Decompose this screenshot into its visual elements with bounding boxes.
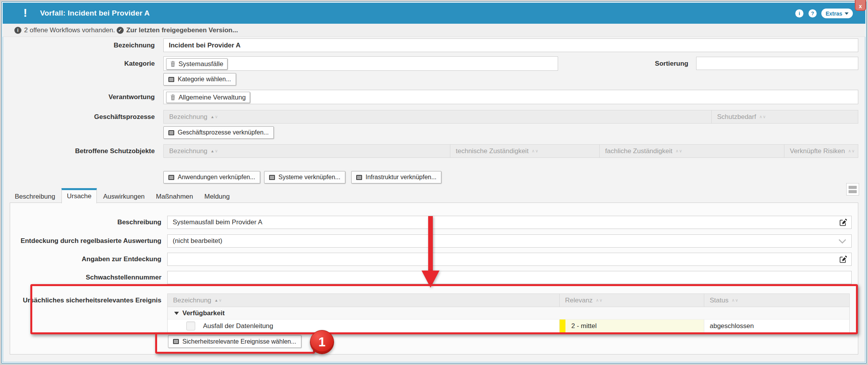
extras-button[interactable]: Extras [821, 9, 853, 18]
ereignis-group-row[interactable]: Verfügbarkeit [168, 307, 849, 320]
info-icon[interactable]: i [795, 9, 803, 17]
entdeckung-select[interactable]: (nicht bearbeitet) [167, 234, 852, 248]
kategorie-field[interactable]: Systemausfälle [163, 56, 558, 71]
close-icon: x [859, 3, 862, 9]
verantwortung-label: Verantwortung [0, 90, 155, 104]
column-header-bezeichnung[interactable]: Bezeichnung ▲∨ [164, 145, 450, 157]
list-icon [356, 175, 362, 180]
kategorie-chip-label: Systemausfälle [178, 60, 223, 68]
list-icon [168, 77, 174, 82]
tab-bar: Beschreibung Ursache Auswirkungen Maßnah… [10, 188, 236, 203]
sort-icon[interactable]: ∧∨ [596, 298, 603, 303]
beschreibung-input[interactable]: Systemausfall beim Provider A [167, 216, 852, 229]
collapse-caret-icon[interactable] [174, 312, 179, 315]
column-header-bezeichnung[interactable]: Bezeichnung ▲∨ [168, 294, 559, 307]
column-header-fachliche-zustaendigkeit[interactable]: fachliche Zuständigkeit ∧∨ [599, 145, 784, 157]
column-header-relevanz[interactable]: Relevanz ∧∨ [559, 294, 704, 307]
trash-icon[interactable] [170, 94, 175, 100]
column-label: Bezeichnung [169, 147, 207, 155]
column-label: fachliche Zuständigkeit [605, 147, 672, 155]
entdeckung-value: (nicht bearbeitet) [168, 235, 851, 247]
column-header-technische-zustaendigkeit[interactable]: technische Zuständigkeit ∧∨ [450, 145, 599, 157]
column-label: Status [710, 297, 728, 304]
sort-icon[interactable]: ▲∨ [210, 114, 218, 119]
step-number: 1 [318, 335, 326, 349]
trash-icon[interactable] [170, 61, 175, 67]
annotation-step-badge: 1 [310, 330, 334, 354]
ereignisse-waehlen-button[interactable]: Sicherheitsrelevante Ereignisse wählen..… [168, 335, 301, 348]
sort-icon[interactable]: ∧∨ [676, 148, 682, 154]
geschaeftsprozesse-table-header: Bezeichnung ▲∨ Schutzbedarf ∧∨ [163, 110, 858, 124]
bezeichnung-value: Incident bei Provider A [164, 39, 858, 52]
bezeichnung-input[interactable]: Incident bei Provider A [163, 38, 858, 52]
column-header-verknuepfte-risiken[interactable]: Verknüpfte Risiken ∧∨ [784, 145, 858, 157]
tab-meldung[interactable]: Meldung [200, 190, 235, 203]
schwachstellennummer-label: Schwachstellennummer [0, 271, 161, 284]
systeme-verknuepfen-button[interactable]: Systeme verknüpfen... [264, 171, 345, 183]
sort-icon[interactable]: ∧∨ [848, 148, 855, 154]
tab-auswirkungen[interactable]: Auswirkungen [98, 190, 150, 203]
close-button[interactable]: x [855, 0, 866, 11]
list-icon [168, 175, 174, 180]
kategorie-label: Kategorie [0, 56, 155, 71]
verantwortung-field[interactable]: Allgemeine Verwaltung [163, 90, 858, 104]
relevanz-color-marker [560, 320, 565, 332]
beschreibung-label: Beschreibung [0, 216, 161, 229]
ereignis-data-row[interactable]: Ausfall der Datenleitung 2 - mittel abge… [168, 320, 849, 332]
chevron-down-icon [845, 12, 849, 15]
tab-ursache[interactable]: Ursache [61, 188, 97, 203]
anwendungen-verknuepfen-button[interactable]: Anwendungen verknüpfen... [163, 171, 260, 183]
edit-icon[interactable] [840, 256, 847, 263]
ereignis-table-header: Bezeichnung ▲∨ Relevanz ∧∨ Status ∧∨ [168, 294, 849, 307]
tab-beschreibung[interactable]: Beschreibung [10, 190, 60, 203]
geschaeftsprozesse-verknuepfen-button[interactable]: Geschäftsprozesse verknüpfen... [163, 126, 274, 139]
status-cell: abgeschlossen [704, 320, 849, 332]
kategorie-waehlen-button[interactable]: Kategorie wählen... [163, 73, 236, 86]
check-circle-icon: ✓ [117, 27, 124, 34]
incident-alert-icon: ! [19, 3, 31, 24]
sortierung-value [696, 57, 858, 70]
verantwortung-chip[interactable]: Allgemeine Verwaltung [166, 92, 250, 103]
column-header-schutzbedarf[interactable]: Schutzbedarf ∧∨ [711, 110, 858, 123]
sortierung-input[interactable] [696, 57, 858, 70]
column-label: Bezeichnung [173, 297, 211, 304]
list-icon [168, 130, 174, 135]
sort-icon[interactable]: ∧∨ [759, 114, 766, 119]
infrastruktur-verknuepfen-label: Infrastruktur verknüpfen... [366, 174, 436, 181]
schwachstellennummer-input[interactable] [167, 271, 852, 284]
schutzobjekte-table-header: Bezeichnung ▲∨ technische Zuständigkeit … [163, 144, 858, 158]
sort-icon[interactable]: ▲∨ [214, 298, 222, 303]
page-title: Vorfall: Incident bei Provider A [40, 3, 150, 24]
beschreibung-value: Systemausfall beim Provider A [168, 216, 851, 229]
sort-icon[interactable]: ∧∨ [732, 298, 738, 303]
info-circle-icon: i [14, 27, 21, 34]
angaben-input[interactable] [167, 253, 852, 266]
last-released-version-link[interactable]: Zur letzten freigegebenen Version... [126, 26, 238, 34]
sort-icon[interactable]: ∧∨ [532, 148, 539, 154]
infrastruktur-verknuepfen-button[interactable]: Infrastruktur verknüpfen... [351, 171, 441, 183]
layout-toggle-button[interactable] [846, 183, 859, 196]
geschaeftsprozesse-label: Geschäftsprozesse [0, 110, 155, 124]
group-label: Verfügbarkeit [182, 309, 225, 317]
tab-massnahmen[interactable]: Maßnahmen [151, 190, 198, 203]
column-label: Schutzbedarf [717, 113, 756, 121]
row-checkbox[interactable] [186, 321, 195, 330]
help-icon[interactable]: ? [808, 9, 817, 17]
geschaeftsprozesse-verknuepfen-label: Geschäftsprozesse verknüpfen... [178, 129, 269, 136]
column-header-bezeichnung[interactable]: Bezeichnung ▲∨ [164, 110, 711, 123]
systeme-verknuepfen-label: Systeme verknüpfen... [278, 174, 340, 181]
ereignisse-waehlen-label: Sicherheitsrelevante Ereignisse wählen..… [182, 338, 296, 345]
column-header-status[interactable]: Status ∧∨ [704, 294, 849, 307]
angaben-value [168, 253, 851, 265]
anwendungen-verknuepfen-label: Anwendungen verknüpfen... [178, 174, 255, 181]
sort-icon[interactable]: ▲∨ [210, 148, 218, 154]
relevanz-value: 2 - mittel [571, 322, 597, 330]
kategorie-waehlen-label: Kategorie wählen... [178, 76, 231, 83]
list-icon [173, 339, 179, 344]
kategorie-chip[interactable]: Systemausfälle [166, 58, 228, 70]
workflow-notice-bar: i 2 offene Workflows vorhanden. ✓ Zur le… [3, 24, 865, 37]
workflow-notice-text: 2 offene Workflows vorhanden. [24, 26, 115, 34]
relevanz-cell: 2 - mittel [559, 320, 704, 332]
sortierung-label: Sortierung [599, 56, 688, 71]
edit-icon[interactable] [840, 219, 847, 226]
